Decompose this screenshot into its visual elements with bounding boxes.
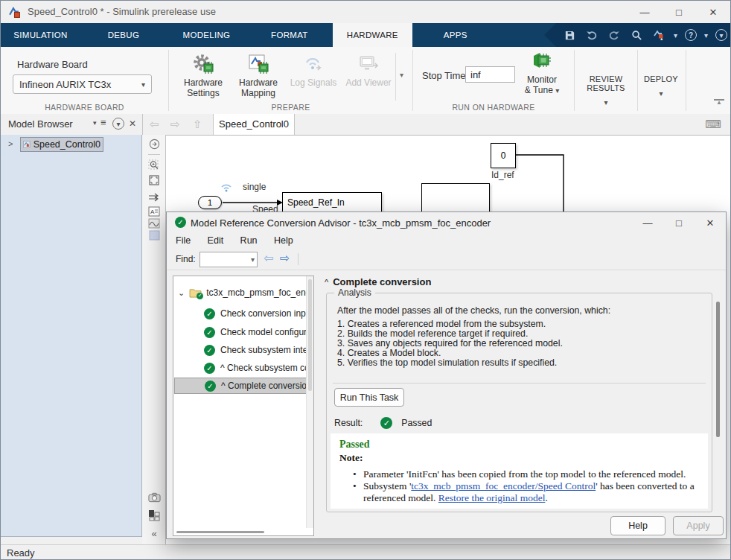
stop-time-input[interactable] — [465, 66, 515, 83]
dialog-maximize-button[interactable]: □ — [663, 212, 695, 233]
log-signals-icon — [287, 51, 340, 77]
screenshot-icon[interactable] — [142, 492, 166, 506]
browser-close-icon[interactable]: ✕ — [129, 118, 136, 129]
section-hardware-board: Hardware Board Infineon AURIX TC3x ▾ HAR… — [1, 47, 168, 114]
restore-model-link[interactable]: Restore the original model — [438, 492, 546, 503]
area-icon[interactable] — [142, 230, 166, 244]
favorite-caret-icon[interactable]: ▾ — [674, 31, 677, 39]
menu-help[interactable]: Help — [274, 235, 293, 246]
tab-hardware[interactable]: HARDWARE — [333, 23, 412, 47]
report-bullet-text: Parameter 'InitFcn' has been copied from… — [363, 468, 686, 480]
tree-vscroll-thumb[interactable] — [308, 279, 312, 391]
add-viewer-button[interactable]: Add Viewer — [342, 51, 395, 104]
deploy-button[interactable]: DEPLOY ▾ — [639, 51, 683, 104]
subsystem-icon[interactable] — [142, 509, 166, 524]
browser-menu-icon[interactable]: ≡ — [100, 117, 106, 128]
find-previous-icon[interactable]: ⇦ — [264, 251, 273, 265]
tab-apps[interactable]: APPS — [415, 23, 495, 47]
tab-format[interactable]: FORMAT — [249, 23, 329, 47]
tree-root-label: tc3x_mcb_pmsm_foc_encoder/S — [206, 287, 307, 298]
section-label-hardware-board: HARDWARE BOARD — [1, 103, 168, 112]
gallery-expand-icon[interactable]: ▾ — [400, 71, 403, 79]
content-vscroll-thumb[interactable] — [716, 302, 720, 437]
tree-horizontal-scrollbar[interactable] — [176, 531, 264, 533]
signal-routing-icon[interactable] — [142, 193, 166, 206]
apply-button-label: Apply — [686, 521, 709, 531]
task-check-icon: ✓ — [205, 381, 216, 392]
report-note-label: Note: — [339, 452, 708, 464]
content-vertical-scrollbar[interactable] — [713, 272, 723, 512]
apply-button[interactable]: Apply — [673, 516, 724, 535]
tab-simulation[interactable]: SIMULATION — [1, 23, 80, 47]
constant-block[interactable]: 0 — [491, 143, 516, 168]
keyboard-shortcuts-icon[interactable]: ⌨ — [705, 118, 721, 131]
browser-collapse-all-icon[interactable]: ▾ — [112, 118, 124, 130]
find-row: Find: ▾ ⇦ ⇨ — [167, 249, 726, 270]
constant-name-label[interactable]: Id_ref — [491, 170, 514, 180]
menu-edit[interactable]: Edit — [208, 235, 224, 246]
nav-forward-icon[interactable]: ⇨ — [170, 118, 180, 131]
log-signals-button[interactable]: Log Signals — [287, 51, 340, 104]
menu-run[interactable]: Run — [240, 235, 258, 246]
maximize-button[interactable]: □ — [662, 1, 696, 23]
help-icon[interactable]: ? — [685, 29, 697, 41]
redo-icon[interactable] — [607, 28, 622, 42]
tree-item-label: Check model configurations — [220, 327, 307, 337]
analysis-step: 3. Saves any objects required for the re… — [337, 338, 563, 349]
monitor-tune-button[interactable]: Monitor & Tune ▾ — [517, 49, 566, 96]
review-results-label: REVIEW RESULTS — [580, 74, 632, 92]
run-this-task-button[interactable]: Run This Task — [334, 388, 404, 407]
subsystem-link[interactable]: tc3x_mcb_pmsm_foc_encoder/Speed Control — [411, 480, 596, 491]
tree-expand-icon[interactable]: > — [8, 139, 13, 148]
hide-browser-icon[interactable] — [142, 139, 166, 153]
tree-item-row[interactable]: ✓ ^ Check subsystem content — [173, 360, 307, 375]
tree-item-row-selected[interactable]: ✓ ^ Complete conversion — [174, 378, 307, 394]
collapse-toolstrip-button[interactable]: ▲ — [712, 99, 726, 105]
report-box: Passed Note: Parameter 'InitFcn' has bee… — [331, 433, 708, 509]
model-browser-panel: > Speed_Control0 — [1, 135, 142, 537]
help-caret-icon[interactable]: ▾ — [704, 31, 708, 39]
nav-back-icon[interactable]: ⇦ — [150, 118, 159, 131]
document-tab[interactable]: Speed_Control0 — [213, 114, 295, 135]
tree-vertical-scrollbar[interactable] — [306, 276, 313, 528]
hardware-mapping-icon — [232, 51, 285, 77]
report-bullet: Parameter 'InitFcn' has been copied from… — [353, 468, 700, 480]
browser-menu-caret-icon[interactable]: ▾ — [93, 119, 97, 127]
result-row: Result: ✓ Passed — [334, 417, 432, 429]
inport-block[interactable]: 1 — [198, 196, 222, 209]
monitor-tune-icon — [517, 49, 566, 74]
minimize-button[interactable]: — — [628, 1, 662, 23]
find-next-icon[interactable]: ⇨ — [280, 251, 290, 265]
model-favorite-icon[interactable] — [651, 28, 666, 42]
menu-file[interactable]: File — [176, 235, 191, 246]
undo-icon[interactable] — [584, 28, 599, 42]
save-icon[interactable] — [562, 28, 577, 42]
status-text: Ready — [7, 547, 35, 559]
dialog-minimize-icon: — — [643, 217, 653, 229]
hardware-settings-button[interactable]: Hardware Settings — [176, 51, 230, 104]
tree-root-row[interactable]: ⌄ ✓ tc3x_mcb_pmsm_foc_encoder/S — [173, 285, 307, 300]
nav-up-icon[interactable]: ⇧ — [193, 118, 202, 131]
tree-item-row[interactable]: ✓ Check subsystem interface — [173, 343, 307, 357]
tab-modeling[interactable]: MODELING — [167, 23, 246, 47]
toolstrip-options-icon[interactable]: ▾ — [715, 29, 727, 41]
section-divider — [574, 50, 575, 111]
tree-item-row[interactable]: ✓ Check model configurations — [173, 325, 307, 340]
browser-tree-item-selected[interactable]: Speed_Control0 — [20, 137, 103, 152]
hardware-mapping-button[interactable]: Hardware Mapping — [232, 51, 285, 104]
tree-item-row[interactable]: ✓ Check conversion input para — [173, 306, 307, 321]
collapse-palette-icon[interactable]: « — [142, 528, 166, 539]
dialog-close-button[interactable]: ✕ — [695, 212, 726, 233]
conversion-advisor-dialog: ✓ Model Reference Conversion Advisor - t… — [166, 211, 727, 539]
help-button[interactable]: Help — [610, 516, 665, 535]
search-icon[interactable] — [629, 28, 644, 42]
collapse-section-icon[interactable]: ^ — [325, 278, 328, 287]
tab-debug[interactable]: DEBUG — [83, 23, 163, 47]
review-results-button[interactable]: REVIEW RESULTS ▾ — [580, 51, 632, 104]
fit-to-view-icon[interactable] — [142, 174, 166, 189]
hardware-board-select[interactable]: Infineon AURIX TC3x ▾ — [13, 74, 152, 94]
zoom-icon[interactable] — [142, 159, 166, 174]
dialog-minimize-button[interactable]: — — [632, 212, 663, 233]
close-button[interactable]: ✕ — [696, 1, 730, 23]
find-input[interactable]: ▾ — [199, 252, 258, 267]
